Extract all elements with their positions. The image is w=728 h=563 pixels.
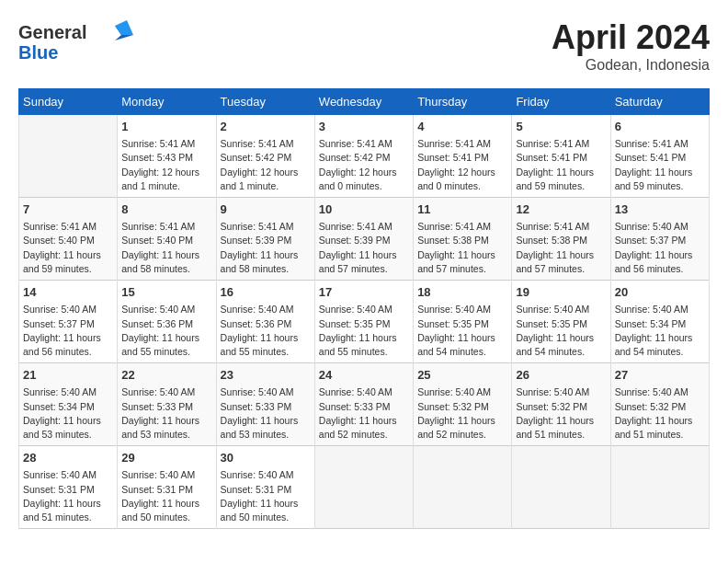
day-info: Sunrise: 5:41 AM [615,137,705,151]
day-info: Sunrise: 5:40 AM [516,303,606,316]
day-number: 19 [516,284,606,301]
day-info: and 50 minutes. [121,511,211,524]
day-info: Daylight: 11 hours [319,248,409,262]
day-info: Sunrise: 5:40 AM [23,468,113,482]
day-info: and 52 minutes. [319,428,409,442]
page-header: General Blue April 2024 Godean, Indonesi… [18,18,710,74]
day-info: and 58 minutes. [121,262,211,276]
day-info: Sunset: 5:34 PM [23,400,113,414]
day-info: Sunrise: 5:41 AM [319,137,409,151]
day-info: Sunrise: 5:40 AM [516,385,606,399]
title-location: Godean, Indonesia [552,57,710,74]
day-info: Sunrise: 5:41 AM [516,137,606,151]
day-number: 2 [221,119,311,135]
week-row-1: 1Sunrise: 5:41 AMSunset: 5:43 PMDaylight… [19,115,710,198]
day-info: and 54 minutes. [516,345,606,359]
day-cell: 16Sunrise: 5:40 AMSunset: 5:36 PMDayligh… [216,281,314,363]
day-info: Sunset: 5:38 PM [417,234,507,247]
day-info: Daylight: 11 hours [319,414,409,428]
day-info: Sunrise: 5:40 AM [221,303,311,316]
day-cell: 28Sunrise: 5:40 AMSunset: 5:31 PMDayligh… [19,446,118,529]
day-cell: 6Sunrise: 5:41 AMSunset: 5:41 PMDaylight… [610,115,709,198]
svg-marker-3 [115,20,133,35]
svg-text:Blue: Blue [18,42,58,63]
day-number: 7 [23,201,113,218]
day-info: Sunset: 5:39 PM [221,234,311,247]
day-cell: 24Sunrise: 5:40 AMSunset: 5:33 PMDayligh… [314,363,413,446]
title-block: April 2024 Godean, Indonesia [552,18,710,74]
day-info: Daylight: 11 hours [121,248,211,262]
day-info: Daylight: 11 hours [23,331,113,345]
day-number: 14 [23,284,113,301]
day-info: and 1 minute. [221,179,311,193]
day-info: Sunrise: 5:41 AM [121,220,211,234]
day-cell: 11Sunrise: 5:41 AMSunset: 5:38 PMDayligh… [414,198,512,281]
day-info: and 57 minutes. [319,262,409,276]
day-info: and 57 minutes. [417,262,507,276]
day-info: Sunrise: 5:40 AM [221,468,311,482]
column-header-friday: Friday [512,89,610,115]
day-info: and 57 minutes. [516,262,606,276]
day-number: 29 [121,450,211,466]
day-cell: 23Sunrise: 5:40 AMSunset: 5:33 PMDayligh… [216,363,314,446]
day-number: 21 [23,367,113,384]
day-cell: 21Sunrise: 5:40 AMSunset: 5:34 PMDayligh… [19,363,118,446]
day-number: 24 [319,367,409,384]
day-info: Daylight: 11 hours [615,414,705,428]
day-number: 17 [319,284,409,301]
day-info: Sunset: 5:32 PM [516,400,606,414]
day-info: Daylight: 11 hours [121,414,211,428]
day-info: Daylight: 11 hours [23,497,113,511]
day-info: Sunset: 5:31 PM [23,483,113,497]
day-info: Daylight: 11 hours [121,497,211,511]
day-cell: 29Sunrise: 5:40 AMSunset: 5:31 PMDayligh… [118,446,216,529]
day-number: 4 [417,119,507,135]
day-info: Sunrise: 5:40 AM [121,468,211,482]
logo: General Blue [18,18,138,68]
day-cell [314,446,413,529]
day-info: Sunset: 5:31 PM [221,483,311,497]
day-info: Daylight: 11 hours [221,414,311,428]
day-info: Daylight: 11 hours [23,414,113,428]
week-row-4: 21Sunrise: 5:40 AMSunset: 5:34 PMDayligh… [19,363,710,446]
day-info: Daylight: 11 hours [221,331,311,345]
day-cell: 10Sunrise: 5:41 AMSunset: 5:39 PMDayligh… [314,198,413,281]
day-info: Daylight: 11 hours [615,248,705,262]
day-info: Sunrise: 5:40 AM [319,385,409,399]
logo-text: General Blue [18,18,138,68]
day-info: Sunrise: 5:40 AM [121,385,211,399]
column-header-sunday: Sunday [19,89,118,115]
day-info: Sunrise: 5:41 AM [221,220,311,234]
day-info: Sunset: 5:36 PM [121,317,211,331]
day-info: Sunset: 5:43 PM [121,151,211,165]
day-info: Daylight: 11 hours [221,497,311,511]
day-info: and 53 minutes. [23,428,113,442]
day-info: and 0 minutes. [319,179,409,193]
column-header-thursday: Thursday [414,89,512,115]
day-number: 22 [121,367,211,384]
day-cell: 7Sunrise: 5:41 AMSunset: 5:40 PMDaylight… [19,198,118,281]
day-info: Daylight: 11 hours [615,331,705,345]
day-info: Sunrise: 5:41 AM [23,220,113,234]
day-number: 8 [121,201,211,218]
day-info: and 51 minutes. [23,511,113,524]
day-cell: 22Sunrise: 5:40 AMSunset: 5:33 PMDayligh… [118,363,216,446]
day-info: Sunrise: 5:41 AM [516,220,606,234]
day-info: Sunrise: 5:41 AM [417,220,507,234]
day-info: Sunset: 5:41 PM [615,151,705,165]
day-info: Daylight: 11 hours [221,248,311,262]
day-info: Sunset: 5:38 PM [516,234,606,247]
day-info: Daylight: 11 hours [516,248,606,262]
day-info: Sunset: 5:35 PM [319,317,409,331]
svg-text:General: General [18,22,86,42]
day-info: and 51 minutes. [516,428,606,442]
day-info: and 55 minutes. [319,345,409,359]
day-info: Sunrise: 5:40 AM [417,385,507,399]
day-info: Sunset: 5:41 PM [516,151,606,165]
day-cell: 5Sunrise: 5:41 AMSunset: 5:41 PMDaylight… [512,115,610,198]
logo-svg: General Blue [18,18,138,64]
day-info: Daylight: 12 hours [121,166,211,179]
day-info: Sunset: 5:41 PM [417,151,507,165]
day-info: Daylight: 12 hours [221,166,311,179]
day-cell: 2Sunrise: 5:41 AMSunset: 5:42 PMDaylight… [216,115,314,198]
